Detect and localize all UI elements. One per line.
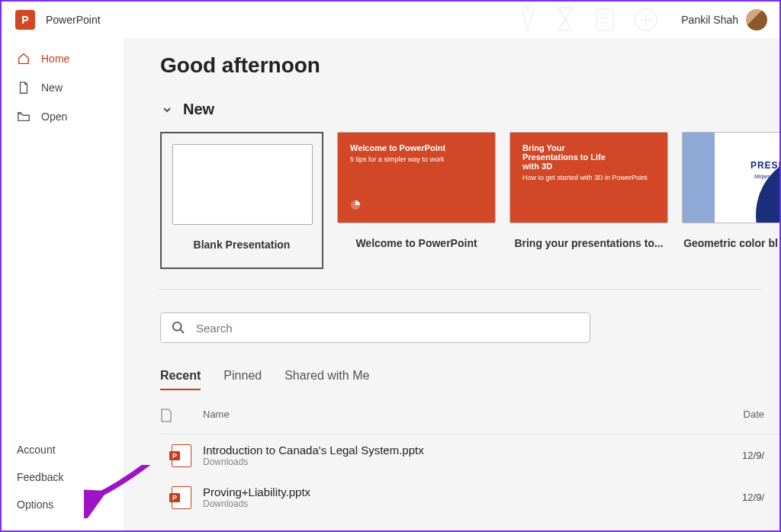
- file-row[interactable]: Introduction to Canada's Legal System.pp…: [160, 434, 779, 476]
- home-icon: [17, 52, 31, 66]
- template-label: Blank Presentation: [172, 239, 311, 251]
- greeting: Good afternoon: [160, 53, 779, 78]
- svg-point-4: [173, 322, 182, 331]
- file-list-header: Name Date: [160, 399, 779, 434]
- template-3d[interactable]: Bring Your Presentations to Life with 3D…: [509, 132, 668, 269]
- sidebar-item-label: Feedback: [17, 471, 63, 483]
- new-icon: [17, 81, 31, 95]
- sidebar-item-account[interactable]: Account: [2, 436, 124, 463]
- sidebar-item-label: Open: [41, 111, 67, 123]
- pptx-icon: [172, 444, 191, 467]
- divider: [159, 289, 763, 290]
- sidebar-item-open[interactable]: Open: [2, 102, 124, 131]
- template-blank[interactable]: Blank Presentation: [160, 132, 323, 269]
- user-name[interactable]: Pankil Shah: [681, 14, 738, 26]
- sidebar-item-label: New: [41, 82, 63, 94]
- template-welcome[interactable]: Welcome to PowerPoint 5 tips for a simpl…: [337, 132, 496, 269]
- file-date: 12/9/: [718, 492, 779, 503]
- svg-point-0: [525, 5, 530, 10]
- app-title: PowerPoint: [46, 14, 101, 26]
- sidebar-item-label: Account: [17, 444, 56, 456]
- sidebar-item-label: Home: [41, 53, 69, 65]
- sidebar: Home New Open Account Feedback Options: [2, 38, 124, 530]
- file-location: Downloads: [203, 498, 718, 509]
- sidebar-item-options[interactable]: Options: [2, 491, 124, 518]
- avatar[interactable]: [746, 9, 767, 30]
- file-tabs: Recent Pinned Shared with Me: [160, 369, 779, 390]
- template-label: Bring your presentations to...: [509, 237, 668, 249]
- file-name: Proving+Liability.pptx: [203, 486, 718, 498]
- sidebar-item-feedback[interactable]: Feedback: [2, 463, 124, 491]
- tab-pinned[interactable]: Pinned: [223, 369, 262, 390]
- tab-shared[interactable]: Shared with Me: [284, 369, 369, 390]
- file-date: 12/9/: [718, 450, 779, 461]
- search-input[interactable]: [196, 322, 579, 335]
- folder-open-icon: [17, 110, 31, 123]
- column-name[interactable]: Name: [203, 409, 718, 425]
- document-icon: [160, 409, 172, 422]
- search-icon: [172, 321, 185, 335]
- svg-rect-1: [596, 9, 613, 30]
- tab-recent[interactable]: Recent: [160, 369, 201, 390]
- template-label: Geometric color bl: [682, 237, 779, 249]
- file-name: Introduction to Canada's Legal System.pp…: [203, 444, 718, 457]
- chevron-down-icon[interactable]: [160, 103, 174, 117]
- pptx-icon: [172, 486, 191, 509]
- main-content: Good afternoon New Blank Presentation We…: [124, 38, 779, 530]
- template-row: Blank Presentation Welcome to PowerPoint…: [160, 132, 779, 269]
- template-label: Welcome to PowerPoint: [337, 237, 496, 249]
- header-decoration: [513, 3, 673, 37]
- template-geometric[interactable]: PRESENTATION TITLE Mirjam Nilsson Geomet…: [682, 132, 779, 269]
- sidebar-item-new[interactable]: New: [2, 73, 124, 102]
- column-date[interactable]: Date: [718, 409, 779, 425]
- app-icon: P: [15, 10, 35, 30]
- section-title-new: New: [183, 101, 214, 118]
- sidebar-item-label: Options: [17, 498, 53, 511]
- search-box[interactable]: [160, 312, 590, 343]
- sidebar-item-home[interactable]: Home: [2, 44, 124, 73]
- file-location: Downloads: [203, 457, 718, 467]
- file-row[interactable]: Proving+Liability.pptx Downloads 12/9/: [160, 476, 779, 518]
